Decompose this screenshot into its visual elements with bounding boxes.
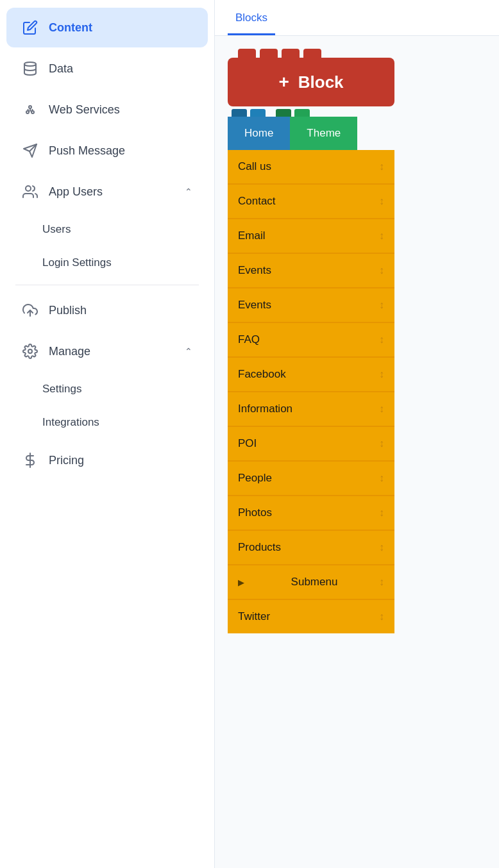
block-item-poi-label: POI [238,437,257,450]
sidebar-sub-item-login-settings[interactable]: Login Settings [42,246,214,280]
block-item-faq[interactable]: FAQ ↕ [228,323,394,358]
block-item-people[interactable]: People ↕ [228,462,394,496]
block-item-poi[interactable]: POI ↕ [228,427,394,462]
block-item-products[interactable]: Products ↕ [228,531,394,565]
block-item-call-us[interactable]: Call us ↕ [228,150,394,185]
nav-block-container: Home Theme [228,109,394,150]
block-item-events-2[interactable]: Events ↕ [228,288,394,323]
sidebar-item-data-label: Data [49,62,192,76]
sidebar-item-app-users[interactable]: App Users ⌃ [6,172,208,212]
sort-icon-events-2: ↕ [379,300,384,310]
block-item-facebook[interactable]: Facebook ↕ [228,358,394,392]
manage-chevron-icon: ⌃ [185,346,192,356]
sort-icon-information: ↕ [379,404,384,414]
block-item-email-label: Email [238,230,266,242]
sort-icon-faq: ↕ [379,335,384,345]
submenu-triangle-icon: ▶ [238,578,244,587]
block-item-contact[interactable]: Contact ↕ [228,185,394,219]
block-item-events-2-label: Events [238,299,271,312]
block-item-submenu[interactable]: ▶ Submenu ↕ [228,565,394,600]
dollar-icon [22,452,38,469]
content-area: + Block Home Theme Call us ↕ [215,36,499,646]
gear-icon [22,343,38,360]
sidebar-item-pricing[interactable]: Pricing [6,440,208,480]
svg-point-0 [24,62,36,66]
sidebar-item-publish[interactable]: Publish [6,290,208,330]
nav-buttons-row: Home Theme [228,117,394,150]
sort-icon-contact: ↕ [379,196,384,206]
sidebar-item-content-label: Content [49,21,192,35]
block-item-twitter-label: Twitter [238,610,270,623]
sort-icon-submenu: ↕ [379,577,384,587]
svg-point-8 [28,349,32,353]
blocks-list: Call us ↕ Contact ↕ Email ↕ Events ↕ Eve… [228,150,394,633]
sidebar-divider [15,285,199,285]
upload-icon [22,302,38,319]
add-block-label: Block [298,72,344,92]
sidebar-item-content[interactable]: Content [6,8,208,47]
block-item-facebook-label: Facebook [238,368,286,381]
nav-home-button[interactable]: Home [228,117,290,150]
block-item-people-label: People [238,472,272,485]
tabs-bar: Blocks [215,0,499,36]
add-block-plus: + [278,72,289,92]
sort-icon-products: ↕ [379,542,384,553]
sidebar-item-push-message[interactable]: Push Message [6,131,208,171]
block-item-photos-label: Photos [238,506,272,519]
tab-blocks[interactable]: Blocks [228,0,275,35]
sidebar-item-publish-label: Publish [49,304,192,317]
sort-icon-poi: ↕ [379,438,384,449]
sidebar: Content Data Web Services [0,0,215,868]
sort-icon-events-1: ↕ [379,265,384,276]
app-users-chevron-icon: ⌃ [185,187,192,197]
sidebar-item-manage[interactable]: Manage ⌃ [6,331,208,371]
block-item-products-label: Products [238,541,281,554]
sort-icon-twitter: ↕ [379,612,384,622]
block-item-events-1-label: Events [238,264,271,277]
add-block-button[interactable]: + Block [228,58,394,106]
sidebar-item-web-services[interactable]: Web Services [6,90,208,129]
sidebar-item-app-users-label: App Users [49,185,174,199]
block-item-email[interactable]: Email ↕ [228,219,394,254]
sort-icon-email: ↕ [379,231,384,241]
block-item-events-1[interactable]: Events ↕ [228,254,394,288]
add-block-container: + Block [228,49,486,106]
sort-icon-people: ↕ [379,473,384,483]
sidebar-item-push-message-label: Push Message [49,144,192,158]
block-item-information[interactable]: Information ↕ [228,392,394,427]
nav-theme-button[interactable]: Theme [290,117,357,150]
sidebar-sub-manage: Settings Integrations [0,372,214,439]
sidebar-item-pricing-label: Pricing [49,454,192,467]
sort-icon-facebook: ↕ [379,369,384,380]
database-icon [22,60,38,77]
block-item-submenu-label: Submenu [291,576,338,588]
block-item-contact-label: Contact [238,195,276,208]
sort-icon-call-us: ↕ [379,162,384,172]
sidebar-sub-item-settings[interactable]: Settings [42,372,214,406]
block-item-call-us-label: Call us [238,160,271,173]
edit-icon [22,19,38,36]
block-item-faq-label: FAQ [238,333,260,346]
sidebar-item-web-services-label: Web Services [49,103,192,117]
sidebar-sub-item-integrations[interactable]: Integrations [42,406,214,439]
sidebar-sub-app-users: Users Login Settings [0,213,214,280]
block-item-photos[interactable]: Photos ↕ [228,496,394,531]
send-icon [22,142,38,159]
main-content: Blocks + Block [215,0,499,868]
users-icon [22,183,38,200]
svg-point-6 [26,186,31,191]
block-item-twitter[interactable]: Twitter ↕ [228,600,394,633]
webservices-icon [22,101,38,118]
sidebar-item-data[interactable]: Data [6,49,208,88]
sort-icon-photos: ↕ [379,508,384,518]
sidebar-sub-item-users[interactable]: Users [42,213,214,246]
block-item-information-label: Information [238,403,292,415]
sidebar-item-manage-label: Manage [49,345,174,358]
